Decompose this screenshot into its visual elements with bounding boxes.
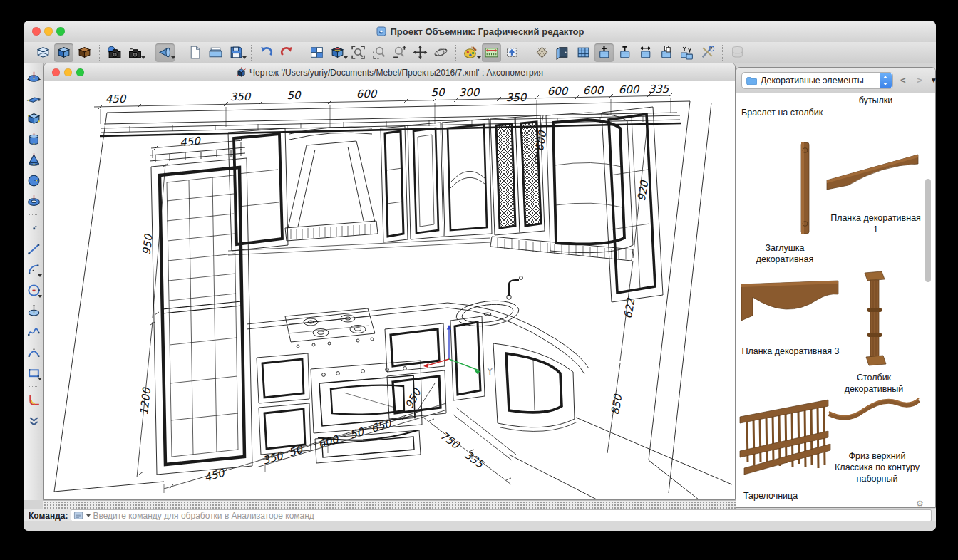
viewports-button[interactable] [307, 43, 326, 62]
texture-diamond-button[interactable] [532, 43, 552, 62]
fillet-tool-button[interactable] [24, 392, 43, 409]
perspective-view-button[interactable] [155, 43, 175, 62]
category-select[interactable]: Декоративные элементы [741, 72, 893, 89]
open-door-button[interactable] [553, 43, 572, 62]
torus-primitive-button[interactable] [24, 193, 43, 210]
dropdown-arrow-icon [171, 56, 175, 59]
nav-next-button[interactable]: > [917, 75, 922, 85]
wireframe-cube-button[interactable] [34, 43, 53, 62]
item-label-zaglushka[interactable]: Заглушка декоративная [738, 242, 831, 265]
svg-text:50: 50 [431, 86, 445, 99]
box-primitive-icon [26, 111, 41, 126]
item-image-planka3[interactable] [737, 275, 844, 325]
cone-primitive-button[interactable] [24, 152, 43, 169]
zoom-window-button[interactable] [369, 43, 388, 62]
edit-element-button[interactable] [615, 43, 634, 62]
item-label-planka3[interactable]: Планка декоративная 3 [737, 346, 844, 357]
svg-text:920: 920 [635, 179, 651, 202]
view-mode-cube-button[interactable] [328, 43, 347, 62]
svg-text:450: 450 [180, 135, 202, 150]
axis-y-label: Y [486, 365, 493, 377]
main-titlebar[interactable]: Проект Объемник: Графический редактор [24, 21, 936, 43]
item-label-planka1[interactable]: Планка декоративная 1 [828, 212, 924, 235]
toolbar-separator [180, 45, 180, 61]
paint-materials-button[interactable] [461, 43, 480, 62]
group-elements-button[interactable] [677, 43, 696, 62]
snapshot-camera-icon [128, 45, 143, 60]
pan-icon [413, 45, 428, 60]
zoom-extents-icon [351, 45, 366, 60]
item-image-friz[interactable] [826, 394, 922, 426]
sphere-primitive-button[interactable] [24, 172, 43, 190]
command-dropdown-icon[interactable] [86, 514, 91, 517]
orbit-button[interactable] [431, 43, 450, 62]
zoom-inout-button[interactable] [390, 43, 409, 62]
item-label-friz[interactable]: Фриз верхний Классика по контуру наборны… [829, 450, 925, 484]
add-element-button[interactable] [594, 43, 614, 62]
rectangle-tool-button[interactable] [24, 365, 43, 382]
cylinder-primitive-button[interactable] [24, 131, 43, 148]
svg-text:600: 600 [316, 432, 341, 451]
palette-header: Декоративные элементы < > ▼ [736, 68, 935, 94]
drawing-canvas[interactable]: Y 450 350 50 600 50 300 350 600 600 600 … [44, 81, 735, 499]
arc-tool-button[interactable] [24, 261, 43, 279]
tools-cross-button[interactable] [698, 43, 717, 62]
group-elements-icon [679, 45, 694, 60]
new-document-button[interactable] [185, 43, 205, 62]
box-primitive-button[interactable] [24, 110, 43, 128]
textured-cube-button[interactable] [75, 43, 94, 62]
spline-arc-tool-button[interactable] [24, 344, 43, 361]
item-label-tarelochnitsa[interactable]: Тарелочница [743, 490, 850, 502]
item-image-tarelochnitsa[interactable] [737, 397, 833, 479]
document-titlebar[interactable]: Чертеж '/Users/yuriy/Documents/Mebel/Про… [44, 63, 735, 82]
render-camera-button[interactable] [105, 43, 124, 62]
point-tool-button[interactable] [24, 220, 43, 237]
toolbar-separator [150, 45, 150, 61]
kitchen-drawing-svg[interactable]: Y 450 350 50 600 50 300 350 600 600 600 … [44, 81, 735, 499]
solid-cube-button[interactable] [54, 43, 73, 62]
polyline-tool-button[interactable] [24, 323, 43, 341]
toolbar-separator [527, 45, 527, 61]
toolbar-separator [99, 45, 100, 61]
item-image-stolbik[interactable] [859, 270, 890, 370]
item-label-stolbik[interactable]: Столбик декоративный [828, 372, 920, 395]
item-image-zaglushka[interactable] [793, 140, 815, 239]
circle-tool-button[interactable] [24, 282, 43, 299]
item-image-planka1[interactable] [824, 149, 924, 199]
ellipse-tool-button[interactable] [24, 303, 43, 320]
collapse-palette-button[interactable]: ▼ [930, 76, 936, 84]
svg-text:850: 850 [609, 393, 625, 416]
command-input[interactable] [93, 511, 931, 520]
app-icon [376, 26, 387, 37]
more-tools-button[interactable] [24, 413, 43, 430]
item-label-butylki[interactable]: бутылки [828, 95, 924, 106]
move-element-button[interactable] [636, 43, 655, 62]
palette-scrollbar-thumb[interactable] [925, 179, 931, 282]
database-save-button [728, 43, 747, 62]
item-label-braslet[interactable]: Браслет на столбик [741, 107, 877, 118]
dimension-labels: 450 350 50 600 50 300 350 600 600 600 33… [105, 83, 670, 484]
save-document-button[interactable] [227, 43, 246, 62]
zoom-extents-button[interactable] [349, 43, 368, 62]
svg-text:335: 335 [462, 448, 487, 471]
extrude-plane-button[interactable] [24, 90, 43, 107]
command-input-wrap[interactable] [71, 509, 932, 522]
export-fragment-button[interactable] [503, 43, 522, 62]
revolve-body-button[interactable] [24, 69, 43, 86]
open-document-button[interactable] [206, 43, 225, 62]
copy-element-button[interactable] [656, 43, 676, 62]
drawing-tools-toolbar [24, 63, 44, 500]
gear-icon[interactable]: ⚙ [916, 499, 924, 509]
dimensions-button[interactable] [482, 43, 501, 62]
pan-button[interactable] [411, 43, 430, 62]
point-tool-icon [26, 221, 41, 236]
copy-element-icon [659, 45, 674, 60]
undo-button[interactable] [257, 43, 276, 62]
textured-cube-icon [77, 45, 92, 60]
nav-prev-button[interactable]: < [900, 75, 906, 85]
line-tool-button[interactable] [24, 241, 43, 258]
snapshot-camera-button[interactable] [125, 43, 145, 62]
redo-button[interactable] [277, 43, 297, 62]
polyline-tool-icon [26, 324, 41, 339]
grid-table-button[interactable] [574, 43, 593, 62]
